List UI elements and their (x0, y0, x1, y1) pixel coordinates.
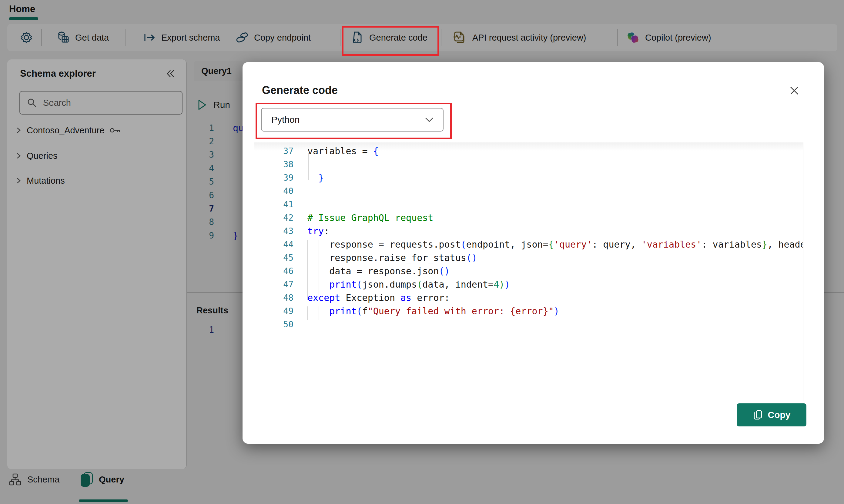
code-line: 39 } (254, 171, 803, 184)
code-line: 38 (254, 158, 803, 171)
language-dropdown[interactable]: Python (261, 108, 444, 131)
code-line: 44 response = requests.post(endpoint, js… (254, 238, 803, 251)
copy-button-label: Copy (768, 410, 791, 420)
indent-guide (307, 306, 308, 320)
code-line: 47 print(json.dumps(data, indent=4)) (254, 277, 803, 291)
copy-button[interactable]: Copy (737, 403, 806, 427)
dialog-code: 37variables = {3839 }404142# Issue Graph… (254, 142, 803, 401)
code-line: 50 (254, 318, 803, 331)
code-line: 49 print(f"Query failed with error: {err… (254, 304, 803, 318)
code-line: 45 response.raise_for_status() (254, 251, 803, 264)
code-line: 41 (254, 198, 803, 211)
language-dropdown-value: Python (271, 114, 300, 125)
indent-guide (319, 306, 319, 320)
indent-guide (307, 240, 308, 300)
code-line: 37variables = { (254, 144, 803, 158)
dialog-title: Generate code (262, 84, 338, 97)
indent-guide (319, 240, 319, 300)
code-line: 48except Exception as error: (254, 291, 803, 304)
code-line: 40 (254, 184, 803, 198)
code-line: 46 data = response.json() (254, 264, 803, 277)
code-line: 43try: (254, 224, 803, 238)
close-icon (788, 85, 800, 97)
copy-icon (753, 410, 763, 420)
indent-guide (308, 153, 309, 180)
chevron-down-icon (424, 115, 435, 124)
code-line: 42# Issue GraphQL request (254, 211, 803, 224)
generate-code-dialog: Generate code Python 37variables = {3839… (243, 62, 824, 444)
close-button[interactable] (786, 82, 803, 99)
app-window: Home Get data (0, 0, 844, 504)
